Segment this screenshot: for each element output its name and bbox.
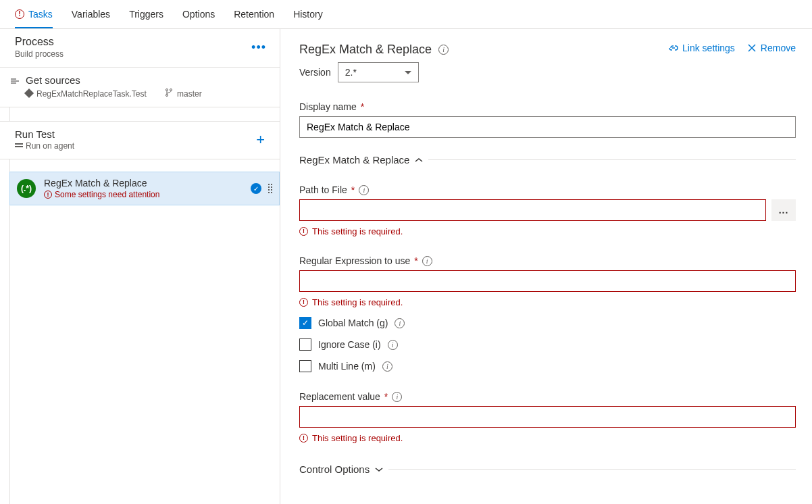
regex-label: Regular Expression to use	[299, 255, 410, 266]
detail-title: RegEx Match & Replace	[299, 43, 432, 57]
task-title: RegEx Match & Replace	[44, 178, 159, 188]
warning-icon: !	[299, 434, 308, 443]
tab-triggers[interactable]: Triggers	[129, 0, 163, 28]
check-icon: ✓	[251, 183, 261, 194]
left-pane: Process Build process ••• Get sources Re…	[0, 29, 280, 504]
chevron-up-icon	[415, 157, 423, 163]
tab-options[interactable]: Options	[182, 0, 215, 28]
diamond-icon	[24, 88, 34, 97]
process-header[interactable]: Process Build process •••	[0, 29, 280, 68]
main-layout: Process Build process ••• Get sources Re…	[0, 29, 812, 504]
svg-point-0	[166, 89, 168, 91]
process-subtitle: Build process	[15, 49, 64, 59]
warning-icon: !	[15, 9, 24, 19]
info-icon[interactable]: i	[422, 256, 432, 266]
path-label: Path to File	[299, 184, 347, 195]
multi-line-label: Multi Line (m)	[318, 361, 376, 372]
path-input[interactable]	[299, 199, 766, 221]
replacement-input[interactable]	[299, 406, 796, 428]
display-name-label: Display name	[299, 101, 357, 112]
version-select[interactable]: 2.*	[338, 62, 419, 82]
job-title: Run Test	[15, 128, 74, 140]
global-match-label: Global Match (g)	[318, 318, 388, 328]
tab-label: Tasks	[28, 9, 53, 20]
warning-icon: !	[44, 191, 52, 199]
info-icon[interactable]: i	[388, 340, 398, 350]
info-icon[interactable]: i	[392, 392, 402, 402]
drag-handle-icon[interactable]	[268, 184, 272, 193]
multi-line-checkbox[interactable]	[299, 360, 311, 372]
section-control-options[interactable]: Control Options	[299, 463, 796, 475]
replacement-label: Replacement value	[299, 391, 380, 402]
svg-rect-3	[15, 143, 23, 145]
task-row[interactable]: (.*) RegEx Match & Replace ! Some settin…	[9, 172, 280, 205]
process-title: Process	[15, 36, 64, 48]
link-icon	[667, 43, 678, 53]
regex-error: ! This setting is required.	[299, 297, 796, 307]
right-pane: RegEx Match & Replace i Link settings Re…	[280, 29, 812, 504]
tab-variables[interactable]: Variables	[72, 0, 110, 28]
more-icon[interactable]: •••	[249, 38, 269, 57]
display-name-input[interactable]	[299, 116, 796, 138]
global-match-checkbox[interactable]: ✓	[299, 317, 311, 329]
top-tabs: ! Tasks Variables Triggers Options Reten…	[0, 0, 812, 29]
svg-point-2	[166, 95, 168, 97]
task-icon: (.*)	[17, 179, 36, 198]
info-icon[interactable]: i	[438, 45, 449, 55]
path-error: ! This setting is required.	[299, 226, 796, 236]
browse-button[interactable]: ...	[771, 199, 796, 221]
job-card[interactable]: Run Test Run on agent +	[0, 121, 280, 159]
info-icon[interactable]: i	[382, 361, 392, 372]
get-sources-card[interactable]: Get sources RegExMatchReplaceTask.Test m…	[0, 68, 280, 107]
tab-tasks[interactable]: ! Tasks	[15, 0, 53, 28]
version-value: 2.*	[345, 67, 357, 78]
task-warning: ! Some settings need attention	[44, 190, 159, 199]
repo-name: RegExMatchReplaceTask.Test	[26, 89, 147, 99]
chevron-down-icon	[375, 467, 383, 472]
info-icon[interactable]: i	[395, 318, 405, 328]
remove-button[interactable]: Remove	[747, 43, 796, 53]
close-icon	[747, 43, 757, 53]
section-regex[interactable]: RegEx Match & Replace	[299, 154, 796, 166]
sources-icon	[9, 76, 20, 86]
regex-input[interactable]	[299, 270, 796, 292]
svg-point-1	[170, 89, 172, 91]
tab-retention[interactable]: Retention	[234, 0, 274, 28]
required-asterisk: *	[361, 101, 364, 112]
tab-history[interactable]: History	[293, 0, 323, 28]
link-settings-button[interactable]: Link settings	[667, 43, 735, 53]
replacement-error: ! This setting is required.	[299, 433, 796, 443]
ignore-case-label: Ignore Case (i)	[318, 339, 381, 350]
ignore-case-checkbox[interactable]	[299, 338, 311, 351]
sources-title: Get sources	[26, 74, 270, 86]
version-label: Version	[299, 67, 331, 78]
add-task-button[interactable]: +	[251, 131, 270, 149]
branch-name: master	[166, 89, 202, 99]
branch-icon	[166, 89, 172, 99]
info-icon[interactable]: i	[359, 185, 369, 195]
warning-icon: !	[299, 227, 308, 236]
svg-rect-4	[15, 146, 23, 147]
warning-icon: !	[299, 298, 308, 307]
job-subtitle: Run on agent	[15, 141, 74, 151]
agent-icon	[15, 143, 23, 149]
